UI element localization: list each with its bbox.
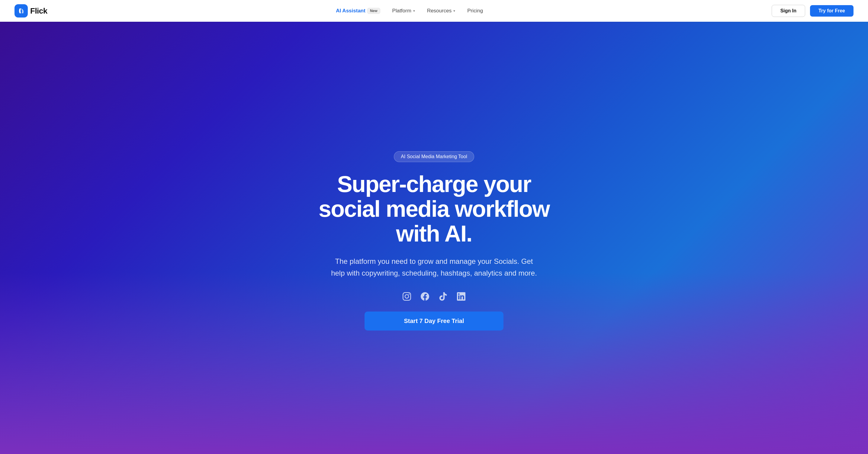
- hero-title: Super-charge your social media workflow …: [305, 172, 563, 246]
- tiktok-icon: [438, 291, 448, 302]
- nav-item-platform[interactable]: Platform ▾: [392, 8, 415, 14]
- try-for-free-button[interactable]: Try for Free: [810, 5, 854, 17]
- ai-assistant-badge: New: [367, 8, 380, 14]
- logo-text: Flick: [30, 6, 48, 16]
- navbar-actions: Sign In Try for Free: [772, 5, 854, 17]
- nav-menu: AI Assistant New Platform ▾ Resources ▾ …: [336, 8, 483, 14]
- platform-chevron-icon: ▾: [413, 9, 415, 13]
- navbar: Flick AI Assistant New Platform ▾ Resour…: [0, 0, 868, 22]
- hero-section: AI Social Media Marketing Tool Super-cha…: [0, 0, 868, 454]
- hero-subtitle: The platform you need to grow and manage…: [328, 256, 540, 279]
- logo-area: Flick: [14, 4, 48, 18]
- start-trial-button[interactable]: Start 7 Day Free Trial: [365, 312, 503, 330]
- social-icons-row: [401, 291, 467, 302]
- logo-icon[interactable]: [14, 4, 28, 18]
- hero-tag-label: AI Social Media Marketing Tool: [394, 151, 474, 162]
- nav-item-ai-assistant[interactable]: AI Assistant New: [336, 8, 380, 14]
- nav-item-pricing[interactable]: Pricing: [467, 8, 483, 14]
- resources-chevron-icon: ▾: [453, 9, 455, 13]
- hero-content: AI Social Media Marketing Tool Super-cha…: [298, 133, 570, 343]
- linkedin-icon: [456, 291, 467, 302]
- instagram-icon: [401, 291, 412, 302]
- facebook-icon: [420, 291, 430, 302]
- nav-item-resources[interactable]: Resources ▾: [427, 8, 455, 14]
- signin-button[interactable]: Sign In: [772, 5, 805, 17]
